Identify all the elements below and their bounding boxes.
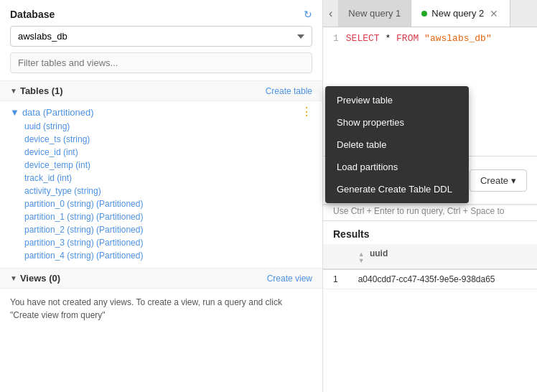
column-item[interactable]: uuid (string) <box>24 120 312 133</box>
tab-new-query-1[interactable]: New query 1 <box>338 0 411 27</box>
table-options-icon[interactable]: ⋮ <box>301 106 312 118</box>
views-section: ▼ Views (0) Create view You have not cre… <box>0 268 322 329</box>
tabs-bar: ‹ New query 1 New query 2 ✕ <box>323 0 537 27</box>
views-section-title: ▼ Views (0) <box>10 273 60 284</box>
tables-section-title: ▼ Tables (1) <box>10 85 63 96</box>
column-item[interactable]: device_ts (string) <box>24 133 312 146</box>
column-item[interactable]: partition_3 (string) (Partitioned) <box>24 236 312 249</box>
tab-new-query-2[interactable]: New query 2 ✕ <box>411 0 510 27</box>
tab-back-button[interactable]: ‹ <box>323 0 338 27</box>
context-menu-item[interactable]: Delete table <box>325 134 469 156</box>
table-tree: ▼ data (Partitioned) ⋮ uuid (string)devi… <box>0 101 322 265</box>
tables-section-header: ▼ Tables (1) Create table <box>0 80 322 101</box>
create-view-link[interactable]: Create view <box>267 274 312 284</box>
context-menu-item[interactable]: Load partitions <box>325 156 469 178</box>
column-item[interactable]: partition_4 (string) (Partitioned) <box>24 249 312 262</box>
sql-table-string: "awslabs_db" <box>424 33 492 44</box>
database-header: Database ↻ <box>0 0 322 26</box>
context-menu-item[interactable]: Show properties <box>325 111 469 134</box>
database-title: Database <box>10 9 55 20</box>
shortcut-hint: Use Ctrl + Enter to run query, Ctrl + Sp… <box>323 206 537 220</box>
views-empty-message: You have not created any views. To creat… <box>0 289 322 329</box>
views-section-header: ▼ Views (0) Create view <box>0 268 322 289</box>
line-number: 1 <box>333 33 339 44</box>
tab-2-close-icon[interactable]: ✕ <box>488 8 500 19</box>
create-chevron-icon: ▾ <box>511 175 516 186</box>
create-table-link[interactable]: Create table <box>266 86 312 96</box>
views-chevron: ▼ <box>10 274 17 282</box>
filter-input[interactable] <box>10 52 312 73</box>
column-list: uuid (string)device_ts (string)device_id… <box>10 120 312 262</box>
tab-2-status-dot <box>421 11 427 17</box>
row-number: 1 <box>323 269 348 289</box>
sql-from-keyword: FROM <box>396 33 419 44</box>
database-select[interactable]: awslabs_db <box>10 26 312 47</box>
create-button-label: Create <box>480 175 508 186</box>
table-chevron: ▼ <box>10 107 19 118</box>
column-item[interactable]: device_id (int) <box>24 146 312 159</box>
db-select-wrapper: awslabs_db <box>0 26 322 52</box>
context-menu: Preview tableShow propertiesDelete table… <box>325 86 469 203</box>
sort-arrows-uuid[interactable]: ▲▼ <box>358 251 365 264</box>
results-title: Results <box>323 221 537 244</box>
create-button[interactable]: Create ▾ <box>470 169 527 192</box>
column-item[interactable]: partition_2 (string) (Partitioned) <box>24 223 312 236</box>
context-menu-item[interactable]: Preview table <box>325 89 469 111</box>
results-panel: Results ▲▼ uuid 1a040cdd7-cc47-435f-9e5e… <box>323 220 537 392</box>
table-row: ▼ data (Partitioned) ⋮ <box>10 104 312 120</box>
row-uuid: a040cdd7-cc47-435f-9e5e-938da65 <box>348 269 537 289</box>
column-item[interactable]: partition_0 (string) (Partitioned) <box>24 197 312 210</box>
tab-1-label: New query 1 <box>348 8 401 19</box>
column-item[interactable]: device_temp (int) <box>24 159 312 172</box>
results-table: ▲▼ uuid 1a040cdd7-cc47-435f-9e5e-938da65 <box>323 244 537 289</box>
column-item[interactable]: track_id (int) <box>24 172 312 185</box>
sql-star: * <box>385 33 391 44</box>
results-col-uuid: ▲▼ uuid <box>348 244 537 269</box>
column-item[interactable]: partition_1 (string) (Partitioned) <box>24 210 312 223</box>
table-name[interactable]: ▼ data (Partitioned) <box>10 107 94 118</box>
tables-chevron: ▼ <box>10 87 17 95</box>
context-menu-item[interactable]: Generate Create Table DDL <box>325 178 469 200</box>
sql-select-keyword: SELECT <box>346 33 380 44</box>
tab-2-label: New query 2 <box>431 8 484 19</box>
filter-wrapper <box>0 52 322 80</box>
column-item[interactable]: activity_type (string) <box>24 185 312 197</box>
refresh-icon[interactable]: ↻ <box>304 9 312 20</box>
left-panel: Database ↻ awslabs_db ▼ Tables (1) Creat… <box>0 0 323 392</box>
table-row: 1a040cdd7-cc47-435f-9e5e-938da65 <box>323 269 537 289</box>
